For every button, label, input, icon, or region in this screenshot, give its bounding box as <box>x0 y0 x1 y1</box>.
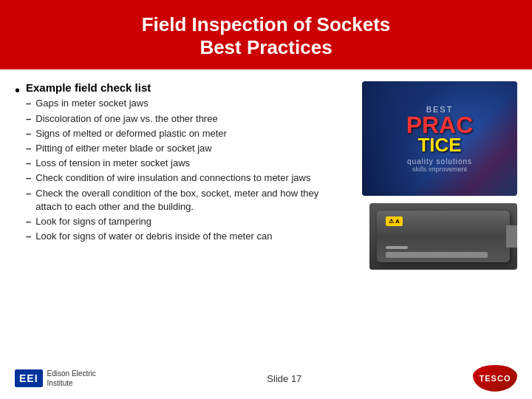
dash-icon: – <box>26 187 31 200</box>
item-text: Signs of melted or deformed plastic on m… <box>35 127 227 140</box>
header-title-line1: Field Inspection of Sockets <box>15 13 517 36</box>
list-item: –Look for signs of water or debris insid… <box>26 230 347 243</box>
item-text: Look for signs of water or debris inside… <box>35 230 272 243</box>
eei-logo-area: EEI Edison Electric Institute <box>15 369 96 388</box>
list-item: –Gaps in meter socket jaws <box>26 97 347 110</box>
meter-body: ⚠ A <box>377 211 510 262</box>
list-item: –Loss of tension in meter socket jaws <box>26 157 347 170</box>
item-text: Gaps in meter socket jaws <box>35 97 148 110</box>
list-item: –Check the overall condition of the box,… <box>26 187 347 214</box>
header-title-line2: Best Practices <box>15 36 517 59</box>
dash-icon: – <box>26 97 31 110</box>
eei-org-name: Edison Electric Institute <box>47 369 96 388</box>
text-column: • Example field check list –Gaps in mete… <box>15 81 355 355</box>
slide-footer: EEI Edison Electric Institute Slide 17 T… <box>0 361 532 399</box>
content-area: • Example field check list –Gaps in mete… <box>0 69 532 361</box>
dash-icon: – <box>26 142 31 155</box>
dash-icon: – <box>26 112 31 126</box>
slide: Field Inspection of Sockets Best Practic… <box>0 0 532 399</box>
dash-icon: – <box>26 230 31 243</box>
sub-list: –Gaps in meter socket jaws–Discoloration… <box>26 97 347 243</box>
slide-header: Field Inspection of Sockets Best Practic… <box>0 0 532 69</box>
item-text: Check condition of wire insulation and c… <box>35 171 310 185</box>
list-item: –Check condition of wire insulation and … <box>26 171 347 185</box>
item-text: Look for signs of tampering <box>35 215 151 228</box>
item-text: Loss of tension in meter socket jaws <box>35 157 190 170</box>
main-bullet: • Example field check list –Gaps in mete… <box>15 81 347 246</box>
list-item: –Signs of melted or deformed plastic on … <box>26 127 347 140</box>
meter-warning-label: ⚠ A <box>386 216 403 226</box>
dash-icon: – <box>26 127 31 140</box>
list-item: –Discoloration of one jaw vs. the other … <box>26 112 347 126</box>
bullet-content: Example field check list –Gaps in meter … <box>26 81 347 246</box>
dash-icon: – <box>26 215 31 228</box>
eei-box: EEI <box>15 369 43 387</box>
item-text: Pitting of either meter blade or socket … <box>35 142 211 155</box>
image-column: BEST PRAC TICE quality solutions skills … <box>355 81 517 355</box>
tesco-logo: TESCO <box>473 365 517 392</box>
meter-image: ⚠ A <box>369 203 517 270</box>
slide-number: Slide 17 <box>96 373 473 384</box>
list-item: –Pitting of either meter blade or socket… <box>26 142 347 155</box>
item-text: Discoloration of one jaw vs. the other t… <box>35 112 217 126</box>
bullet-dot: • <box>15 81 20 246</box>
list-item: –Look for signs of tampering <box>26 215 347 228</box>
item-text: Check the overall condition of the box, … <box>35 187 347 214</box>
dash-icon: – <box>26 157 31 170</box>
section-title: Example field check list <box>26 81 347 94</box>
best-practice-image: BEST PRAC TICE quality solutions skills … <box>362 81 517 196</box>
dash-icon: – <box>26 171 31 185</box>
meter-connector <box>506 225 517 248</box>
